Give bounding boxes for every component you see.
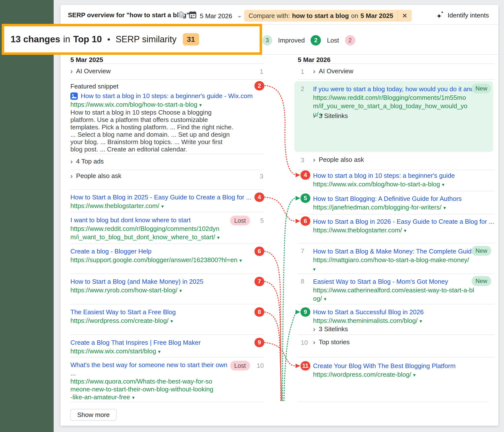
connector-up-to-5 — [283, 198, 295, 401]
result-url[interactable]: https://janefriedman.com/blogging-for-wr… — [313, 203, 495, 212]
serp-result-row: How to Start Blogging: A Definitive Guid… — [313, 194, 495, 212]
url-caret-down-icon[interactable]: ▾ — [443, 205, 446, 210]
position-number: 1 — [256, 68, 263, 75]
compare-bar[interactable]: Compare with: how to start a blog on 5 M… — [244, 10, 412, 22]
right-people-also-ask-section[interactable]: › People also ask — [313, 156, 364, 164]
url-text: https://www.catherinealford.com/easiest-… — [313, 286, 474, 302]
result-title-link[interactable]: How to Start a Successful Blog in 2026 — [313, 308, 495, 316]
url-caret-down-icon[interactable]: ▾ — [171, 318, 173, 324]
url-caret-down-icon[interactable]: ▾ — [413, 372, 416, 378]
url-text: https://www.quora.com/Whats-the-best-way… — [70, 378, 213, 401]
url-caret-down-icon[interactable]: ▾ — [199, 102, 202, 108]
divider — [70, 304, 264, 304]
result-url[interactable]: https://www.theblogstarter.com/▾ — [70, 202, 264, 210]
result-url[interactable]: https://wordpress.com/create-blog/▾ — [70, 316, 264, 325]
serp-result-row: How to Start a Blog in 2025 - Easy Guide… — [70, 193, 264, 210]
result-title-link[interactable]: Create a Blog That Inspires | Free Blog … — [70, 338, 264, 347]
result-title-link[interactable]: Easiest Way to Start a Blog - Mom's Got … — [313, 277, 490, 286]
result-url[interactable]: https://www.theblogstarter.com/▾ — [313, 226, 495, 235]
result-title-link[interactable]: How to start a blog in 10 steps: a begin… — [81, 91, 253, 100]
url-text: https://www.reddit.com/r/Blogging/commen… — [70, 225, 220, 241]
result-url[interactable]: https://support.google.com/blogger/answe… — [70, 256, 264, 265]
identify-intents-label: Identify intents — [448, 12, 489, 19]
dropped-position-badge: 2 — [254, 81, 264, 90]
chevron-right-icon: › — [70, 68, 73, 74]
url-caret-down-icon[interactable]: ▾ — [420, 318, 422, 324]
sitelinks-toggle[interactable]: › 3 Sitelinks — [313, 325, 348, 333]
result-title-link[interactable]: Create Your Blog With The Best Blogging … — [313, 361, 495, 370]
url-caret-down-icon[interactable]: ▾ — [161, 204, 164, 209]
serp-result-row: How to Start a Blog & Make Money: The Co… — [313, 247, 490, 273]
connector-up-to-9 — [284, 312, 297, 401]
identify-intents-button[interactable]: ✦ ✦ Identify intents — [436, 11, 489, 20]
changes-in: in — [63, 34, 70, 45]
section-label: Top stories — [319, 338, 350, 346]
divider — [70, 212, 264, 212]
snippet-description: How to start a blog in 10 steps Choose a… — [70, 109, 235, 153]
divider — [298, 214, 495, 214]
url-caret-down-icon[interactable]: ▾ — [158, 349, 160, 354]
arrowhead-5 — [296, 196, 300, 200]
url-text: https://www.wix.com/start/blog — [70, 347, 156, 355]
chevron-right-icon: › — [70, 173, 73, 179]
url-text: https://janefriedman.com/blogging-for-wr… — [313, 204, 441, 211]
right-top-stories-section[interactable]: › Top stories — [313, 338, 350, 346]
result-title-link[interactable]: How to Start a Blog in 2025 - Easy Guide… — [70, 193, 264, 202]
result-url[interactable]: https://wordpress.com/create-blog/▾ — [313, 370, 495, 379]
url-caret-down-icon[interactable]: ▾ — [324, 296, 326, 302]
help-glyph: ? — [180, 12, 182, 17]
url-caret-down-icon[interactable]: ▾ — [179, 288, 182, 293]
divider — [298, 304, 495, 304]
url-caret-down-icon[interactable]: ▾ — [313, 265, 490, 273]
help-icon[interactable]: ? — [178, 11, 184, 18]
result-title-link[interactable]: The Easiest Way to Start a Free Blog — [70, 308, 264, 316]
result-title-link[interactable]: If you were to start a blog today, how w… — [313, 85, 490, 93]
result-title-link[interactable]: How to Start a Blog in 2026 - Easy Guide… — [313, 217, 495, 226]
result-url[interactable]: https://www.wix.com/blog/how-to-start-a-… — [313, 180, 495, 189]
result-url[interactable]: https://www.wix.com/blog/how-to-start-a-… — [70, 100, 202, 109]
divider — [70, 357, 264, 358]
result-url[interactable]: https://mattgiaro.com/how-to-start-a-blo… — [313, 256, 490, 273]
result-url[interactable]: https://www.theminimalists.com/blog/▾ — [313, 316, 495, 325]
result-url[interactable]: https://www.quora.com/Whats-the-best-way… — [70, 377, 215, 402]
right-ai-overview-section[interactable]: › AI Overview — [313, 67, 353, 75]
url-caret-down-icon[interactable]: ▾ — [442, 182, 444, 187]
result-title-link[interactable]: How to Start Blogging: A Definitive Guid… — [313, 194, 495, 203]
divider — [298, 243, 495, 243]
result-url[interactable]: https://www.catherinealford.com/easiest-… — [313, 286, 476, 303]
serp-result-row: How to Start a Blog (and Make Money) in … — [70, 277, 264, 295]
result-title-link[interactable]: How to Start a Blog (and Make Money) in … — [70, 277, 264, 286]
dropped-position-badge: 11 — [300, 361, 310, 371]
sitelinks-toggle[interactable]: › 3 Sitelinks — [313, 112, 348, 120]
result-url[interactable]: https://www.reddit.com/r/Blogging/commen… — [70, 224, 221, 242]
dropped-position-badge: 6 — [300, 216, 310, 226]
new-badge: New — [472, 246, 491, 256]
url-caret-down-icon[interactable]: ▾ — [239, 258, 242, 263]
result-title-link[interactable]: What's the best way for someone new to s… — [70, 361, 230, 377]
date-picker[interactable]: 5 Mar 2026 — [200, 12, 232, 20]
close-icon[interactable]: ✕ — [402, 12, 408, 20]
dropped-position-badge: 4 — [254, 193, 264, 202]
right-column-date-header: 5 Mar 2026 — [298, 56, 331, 64]
left-people-also-ask-section[interactable]: › People also ask — [70, 172, 121, 180]
left-ai-overview-section[interactable]: › AI Overview — [70, 67, 110, 75]
serp-result-row: How to start a blog in 10 steps: a begin… — [313, 171, 495, 189]
serp-result-row: Create a blog - Blogger Help https://sup… — [70, 247, 264, 265]
result-title-link[interactable]: Create a blog - Blogger Help — [70, 247, 264, 256]
url-caret-down-icon[interactable]: ▾ — [217, 235, 220, 240]
url-caret-down-icon[interactable]: ▾ — [404, 228, 406, 233]
compare-date: 5 Mar 2025 — [361, 12, 393, 20]
result-title-link[interactable]: How to start a blog in 10 steps: a begin… — [313, 171, 495, 180]
result-url[interactable]: https://www.wix.com/start/blog▾ — [70, 347, 264, 356]
left-top-ads-section[interactable]: › 4 Top ads — [70, 158, 104, 165]
url-caret-down-icon[interactable]: ▾ — [132, 395, 135, 400]
result-title-link[interactable]: How to Start a Blog & Make Money: The Co… — [313, 247, 490, 256]
divider — [70, 402, 264, 402]
url-text: https://wordpress.com/create-blog/ — [313, 371, 411, 378]
compare-divider — [397, 10, 398, 21]
dropped-position-badge: 8 — [254, 307, 264, 317]
result-url[interactable]: https://www.ryrob.com/how-start-blog/▾ — [70, 286, 264, 295]
show-more-button[interactable]: Show more — [70, 409, 117, 421]
date-chevron-down-icon[interactable]: ⌄ — [237, 13, 242, 18]
arrowhead-11 — [296, 364, 300, 368]
